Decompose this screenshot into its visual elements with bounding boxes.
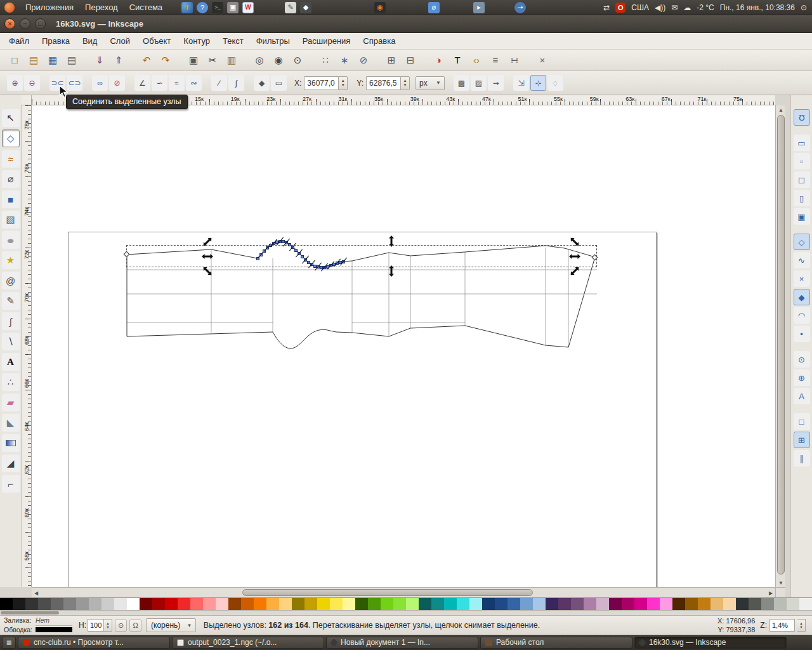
- palette-swatch[interactable]: [102, 598, 114, 610]
- stroke-swatch[interactable]: [36, 627, 72, 632]
- palette-swatch[interactable]: [13, 598, 25, 610]
- palette-swatch[interactable]: [508, 598, 520, 610]
- search-launcher[interactable]: ⌀: [428, 2, 440, 13]
- x-spin-arrows[interactable]: ▲▼: [338, 76, 348, 90]
- volume-icon[interactable]: ◀)): [655, 3, 665, 12]
- menu-item[interactable]: Расширения: [296, 34, 357, 48]
- palette-swatch[interactable]: [317, 598, 330, 610]
- palette-swatch[interactable]: [381, 598, 393, 610]
- gnome-do-launcher[interactable]: ➝: [514, 2, 526, 13]
- palette-swatch[interactable]: [647, 598, 660, 610]
- maximize-button[interactable]: □: [35, 18, 46, 29]
- palette-swatch[interactable]: [254, 598, 266, 610]
- opera-tray-icon[interactable]: O: [615, 3, 625, 13]
- zoom-input[interactable]: 1,4%: [769, 619, 795, 632]
- node-symmetric[interactable]: ≈: [169, 75, 185, 91]
- palette-swatch[interactable]: [710, 598, 723, 610]
- help-launcher[interactable]: ?: [197, 2, 208, 13]
- snap-grid[interactable]: ⊞: [794, 432, 810, 448]
- zoom-spin-arrows[interactable]: ▲▼: [797, 619, 806, 632]
- layer-lock-icon[interactable]: Ω: [129, 620, 141, 632]
- taskbar-window-button[interactable]: 16k30.svg — Inkscape: [634, 637, 787, 649]
- zoom-selection[interactable]: ◎: [251, 52, 268, 69]
- spray-tool[interactable]: ∴: [2, 373, 20, 391]
- firefox-launcher[interactable]: f: [181, 2, 193, 13]
- path-node[interactable]: [259, 253, 263, 256]
- edit-mask[interactable]: ▨: [471, 75, 487, 91]
- snap-toggle[interactable]: Ω: [794, 109, 810, 126]
- menu-item[interactable]: Контур: [177, 34, 216, 48]
- scroll-left-icon[interactable]: ◀: [32, 588, 41, 598]
- horizontal-scroll-thumb[interactable]: [242, 589, 533, 596]
- node-smooth[interactable]: ∽: [152, 75, 167, 91]
- palette-swatch[interactable]: [228, 598, 241, 610]
- snap-bbox-edge-midpoints[interactable]: ▯: [794, 190, 810, 206]
- print-document[interactable]: ▤: [63, 52, 80, 69]
- palette-swatch[interactable]: [761, 598, 774, 610]
- layer-selector[interactable]: (корень) ▾: [146, 618, 196, 632]
- box3d-tool[interactable]: ▧: [2, 211, 20, 229]
- menu-item[interactable]: Справка: [357, 34, 402, 48]
- show-transform-handles[interactable]: ⇲: [513, 75, 529, 91]
- palette-swatch[interactable]: [266, 598, 279, 610]
- palette-swatch[interactable]: [457, 598, 469, 610]
- pen-tool[interactable]: ∫: [2, 312, 20, 330]
- preferences[interactable]: ×: [534, 52, 551, 69]
- path-node[interactable]: [342, 260, 345, 263]
- snap-object-centers[interactable]: ⊙: [794, 351, 810, 368]
- clock[interactable]: Пн., 16 янв., 10:38:36: [720, 3, 795, 12]
- snap-page-border[interactable]: □: [794, 413, 810, 430]
- save-document[interactable]: ▦: [44, 52, 61, 69]
- snap-bbox[interactable]: ▭: [794, 135, 810, 151]
- stroke-to-path[interactable]: ▭: [271, 75, 287, 91]
- distributor-logo-icon[interactable]: [4, 3, 15, 13]
- palette-swatch[interactable]: [368, 598, 381, 610]
- palette-swatch[interactable]: [749, 598, 761, 610]
- palette-swatch[interactable]: [51, 598, 63, 610]
- palette-swatch[interactable]: [469, 598, 482, 610]
- palette-swatch[interactable]: [660, 598, 672, 610]
- segment-to-line[interactable]: ∕: [211, 75, 227, 91]
- palette-swatch[interactable]: [343, 598, 355, 610]
- palette-swatch[interactable]: [495, 598, 508, 610]
- opacity-input[interactable]: 100: [88, 619, 104, 632]
- layers-dialog[interactable]: ≡: [487, 52, 504, 69]
- export[interactable]: ⇑: [110, 52, 127, 69]
- palette-swatch[interactable]: [190, 598, 203, 610]
- palette-swatch[interactable]: [787, 598, 799, 610]
- palette-swatch[interactable]: [165, 598, 178, 610]
- pencil-tool[interactable]: ✎: [2, 292, 20, 310]
- palette-swatch[interactable]: [482, 598, 495, 610]
- snap-line-midpoints[interactable]: •: [794, 326, 810, 342]
- menu-item[interactable]: Фильтры: [250, 34, 296, 48]
- palette-swatch[interactable]: [609, 598, 622, 610]
- palette-swatch[interactable]: [203, 598, 216, 610]
- files-launcher[interactable]: ▸: [473, 2, 485, 13]
- xml-editor[interactable]: ‹›: [468, 52, 485, 69]
- selector-tool[interactable]: ↖: [2, 109, 20, 127]
- palette-swatch[interactable]: [533, 598, 546, 610]
- delete-segment[interactable]: ⊘: [109, 75, 125, 91]
- dropper-tool[interactable]: ◢: [2, 454, 20, 472]
- insert-node[interactable]: ⊕: [7, 75, 23, 91]
- palette-swatch[interactable]: [698, 598, 710, 610]
- paste[interactable]: ▥: [223, 52, 240, 69]
- units-dropdown[interactable]: px▼: [416, 76, 445, 90]
- menu-item[interactable]: Файл: [3, 34, 36, 48]
- minimize-button[interactable]: −: [20, 18, 30, 29]
- palette-swatch[interactable]: [304, 598, 317, 610]
- fill-value[interactable]: Нет: [36, 616, 72, 626]
- blender-launcher[interactable]: ◉: [374, 2, 386, 13]
- snap-paths[interactable]: ∿: [794, 252, 810, 269]
- rectangle-tool[interactable]: ■: [2, 190, 20, 208]
- power-button[interactable]: ⊙: [801, 3, 807, 12]
- star-tool[interactable]: ★: [2, 251, 20, 269]
- calligraphy-tool[interactable]: ∖: [2, 333, 20, 350]
- palette-swatch[interactable]: [774, 598, 787, 610]
- copy[interactable]: ▣: [185, 52, 202, 69]
- panel-menu[interactable]: Приложения: [20, 1, 79, 14]
- vertical-scrollbar[interactable]: ▲ ▼: [775, 105, 785, 587]
- vertical-ruler[interactable]: 78к76к74к72к70к68к66к64к62к60к58к: [22, 105, 32, 587]
- x-input[interactable]: 36077,0: [304, 76, 338, 90]
- terminal-launcher[interactable]: >_: [212, 2, 223, 13]
